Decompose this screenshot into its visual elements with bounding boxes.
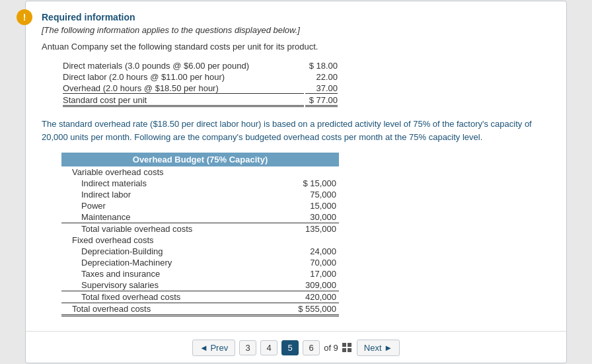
maintenance-label: Maintenance — [61, 211, 279, 223]
standard-cost-value: $ 77.00 — [305, 95, 338, 107]
maintenance-value: 30,000 — [279, 211, 339, 223]
supervisory-salaries-row: Supervisory salaries 309,000 — [61, 279, 339, 291]
cost-value-dm: $ 18.00 — [305, 61, 338, 71]
overhead-budget-header: Overhead Budget (75% Capacity) — [61, 153, 339, 166]
of-text: of 9 — [324, 343, 338, 353]
cost-value-dl: 22.00 — [305, 72, 338, 82]
maintenance-row: Maintenance 30,000 — [61, 211, 339, 223]
taxes-insurance-value: 17,000 — [279, 268, 339, 279]
cost-label-oh: Overhead (2.0 hours @ $18.50 per hour) — [63, 83, 304, 94]
variable-overhead-label-row: Variable overhead costs — [61, 166, 339, 178]
standard-cost-label: Standard cost per unit — [63, 95, 304, 107]
total-overhead-label: Total overhead costs — [61, 303, 279, 316]
next-button[interactable]: Next ► — [357, 340, 400, 356]
description-text: The standard overhead rate ($18.50 per d… — [42, 118, 550, 143]
indirect-labor-row: Indirect labor 75,000 — [61, 189, 339, 200]
cost-row-dl: Direct labor (2.0 hours @ $11.00 per hou… — [63, 72, 338, 82]
fixed-overhead-label: Fixed overhead costs — [61, 235, 279, 246]
pagination-bar: ◄ Prev 3 4 5 6 of 9 Next ► — [26, 331, 566, 363]
intro-text: Antuan Company set the following standar… — [42, 42, 550, 52]
cost-label-dm: Direct materials (3.0 pounds @ $6.00 per… — [63, 61, 304, 71]
supervisory-salaries-value: 309,000 — [279, 279, 339, 291]
depreciation-machinery-row: Depreciation-Machinery 70,000 — [61, 257, 339, 268]
cost-label-dl: Direct labor (2.0 hours @ $11.00 per hou… — [63, 72, 304, 82]
depreciation-building-label: Depreciation-Building — [61, 246, 279, 257]
total-overhead-row: Total overhead costs $ 555,000 — [61, 303, 339, 316]
depreciation-machinery-value: 70,000 — [279, 257, 339, 268]
required-info-title: Required information — [42, 12, 550, 22]
main-card: ! Required information [The following in… — [25, 1, 567, 363]
cost-row-oh: Overhead (2.0 hours @ $18.50 per hour) 3… — [63, 83, 338, 94]
prev-button[interactable]: ◄ Prev — [192, 340, 235, 356]
taxes-insurance-label: Taxes and insurance — [61, 268, 279, 279]
power-value: 15,000 — [279, 200, 339, 211]
variable-total-row: Total variable overhead costs 135,000 — [61, 223, 339, 235]
variable-overhead-label: Variable overhead costs — [61, 166, 279, 178]
power-label: Power — [61, 200, 279, 211]
power-row: Power 15,000 — [61, 200, 339, 211]
page-5-active[interactable]: 5 — [281, 340, 299, 355]
supervisory-salaries-label: Supervisory salaries — [61, 279, 279, 291]
depreciation-building-value: 24,000 — [279, 246, 339, 257]
cost-table: Direct materials (3.0 pounds @ $6.00 per… — [61, 59, 339, 108]
fixed-total-row: Total fixed overhead costs 420,000 — [61, 291, 339, 303]
alert-icon: ! — [17, 9, 32, 25]
page-3[interactable]: 3 — [239, 340, 256, 355]
overhead-budget-title: Overhead Budget (75% Capacity) — [61, 153, 339, 166]
overhead-budget-table: Overhead Budget (75% Capacity) Variable … — [61, 153, 339, 316]
indirect-labor-label: Indirect labor — [61, 189, 279, 200]
variable-total-label: Total variable overhead costs — [61, 223, 279, 235]
fixed-total-label: Total fixed overhead costs — [61, 291, 279, 303]
grid-view-icon[interactable] — [342, 343, 353, 353]
italic-note: [The following information applies to th… — [42, 25, 550, 35]
indirect-materials-row: Indirect materials $ 15,000 — [61, 178, 339, 189]
indirect-materials-value: $ 15,000 — [279, 178, 339, 189]
cost-row-dm: Direct materials (3.0 pounds @ $6.00 per… — [63, 61, 338, 71]
indirect-materials-label: Indirect materials — [61, 178, 279, 189]
indirect-labor-value: 75,000 — [279, 189, 339, 200]
fixed-overhead-label-row: Fixed overhead costs — [61, 235, 339, 246]
card-body: Required information [The following info… — [26, 1, 566, 324]
standard-cost-row: Standard cost per unit $ 77.00 — [63, 95, 338, 107]
depreciation-machinery-label: Depreciation-Machinery — [61, 257, 279, 268]
page-6[interactable]: 6 — [303, 340, 320, 355]
variable-total-value: 135,000 — [279, 223, 339, 235]
page-4[interactable]: 4 — [260, 340, 278, 355]
depreciation-building-row: Depreciation-Building 24,000 — [61, 246, 339, 257]
total-overhead-value: $ 555,000 — [279, 303, 339, 316]
fixed-total-value: 420,000 — [279, 291, 339, 303]
taxes-insurance-row: Taxes and insurance 17,000 — [61, 268, 339, 279]
cost-value-oh: 37.00 — [305, 83, 338, 94]
